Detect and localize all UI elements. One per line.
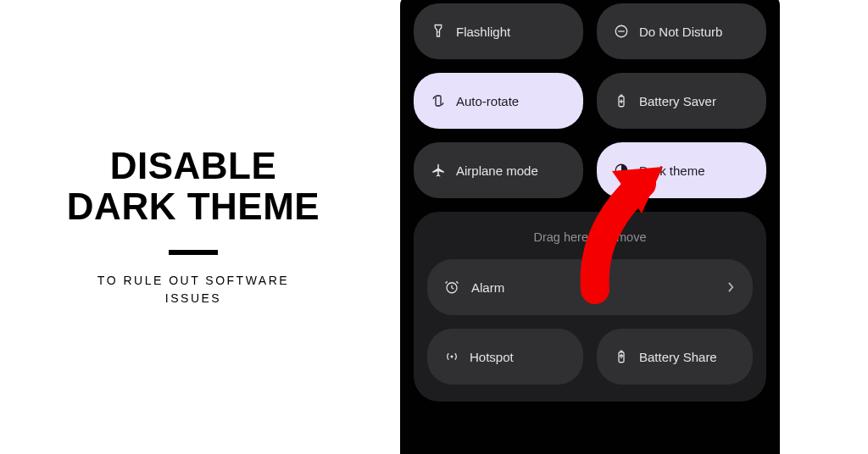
remove-drop-zone[interactable]: Drag here to remove Alarm H bbox=[414, 212, 766, 401]
tile-label: Auto-rotate bbox=[456, 94, 519, 108]
tile-label: Hotspot bbox=[470, 350, 514, 364]
tile-label: Alarm bbox=[471, 280, 504, 295]
tile-label: Battery Share bbox=[639, 350, 717, 364]
divider-bar bbox=[169, 250, 218, 255]
tile-label: Dark theme bbox=[639, 163, 705, 178]
svg-point-10 bbox=[451, 356, 453, 358]
battery-saver-icon bbox=[614, 93, 629, 108]
auto-rotate-icon bbox=[431, 93, 446, 108]
flashlight-icon bbox=[431, 24, 446, 39]
text-panel: DISABLE DARK THEME TO RULE OUT SOFTWARE … bbox=[0, 0, 387, 454]
svg-rect-3 bbox=[436, 96, 441, 106]
headline: DISABLE DARK THEME bbox=[67, 146, 320, 228]
subtext-line-2: ISSUES bbox=[97, 290, 289, 308]
dnd-icon bbox=[614, 24, 629, 39]
tile-battery-saver[interactable]: Battery Saver bbox=[597, 73, 766, 129]
tile-battery-share[interactable]: Battery Share bbox=[597, 329, 753, 385]
chevron-right-icon bbox=[728, 280, 734, 295]
tile-auto-rotate[interactable]: Auto-rotate bbox=[414, 73, 583, 129]
tile-label: Airplane mode bbox=[456, 163, 538, 178]
active-tile-grid: Flashlight Do Not Disturb Auto-rotate bbox=[414, 3, 766, 198]
inactive-tile-grid: Hotspot Battery Share bbox=[427, 329, 753, 385]
headline-line-1: DISABLE bbox=[67, 146, 320, 186]
tile-hotspot[interactable]: Hotspot bbox=[427, 329, 583, 385]
screenshot-panel: Flashlight Do Not Disturb Auto-rotate bbox=[387, 0, 868, 454]
tile-label: Flashlight bbox=[456, 25, 510, 39]
tile-label: Battery Saver bbox=[639, 94, 716, 108]
subtext-line-1: TO RULE OUT SOFTWARE bbox=[97, 272, 289, 291]
tile-flashlight[interactable]: Flashlight bbox=[414, 3, 583, 59]
airplane-icon bbox=[431, 163, 446, 178]
drop-zone-label: Drag here to remove bbox=[427, 230, 753, 244]
tile-airplane[interactable]: Airplane mode bbox=[414, 142, 583, 198]
tile-dark-theme[interactable]: Dark theme bbox=[597, 142, 766, 198]
subtext: TO RULE OUT SOFTWARE ISSUES bbox=[97, 272, 289, 308]
quick-settings-panel: Flashlight Do Not Disturb Auto-rotate bbox=[400, 0, 780, 454]
tile-dnd[interactable]: Do Not Disturb bbox=[597, 3, 766, 59]
alarm-icon bbox=[444, 280, 459, 295]
dark-theme-icon bbox=[614, 163, 629, 178]
battery-share-icon bbox=[614, 349, 629, 364]
tile-label: Do Not Disturb bbox=[639, 25, 722, 39]
tile-alarm[interactable]: Alarm bbox=[427, 259, 753, 315]
hotspot-icon bbox=[444, 349, 459, 364]
headline-line-2: DARK THEME bbox=[67, 186, 320, 227]
